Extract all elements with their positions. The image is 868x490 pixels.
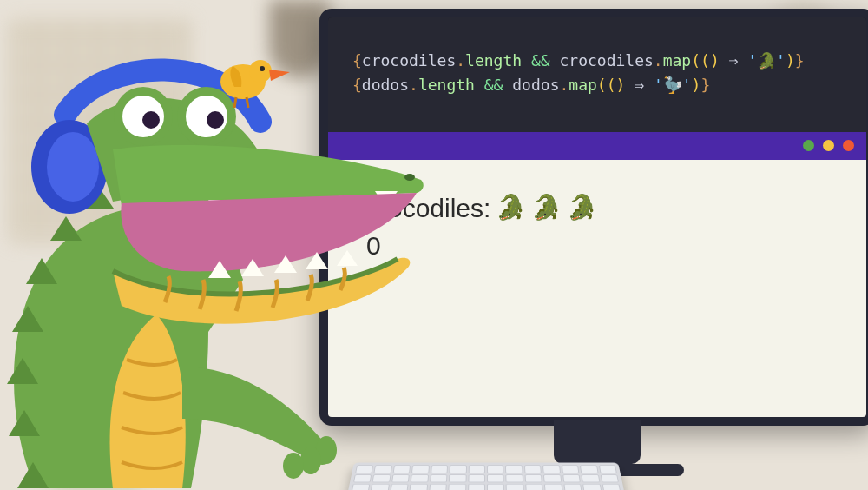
- dodo-emoji-icon: 🦤: [663, 76, 682, 94]
- crocodile-emoji-icon: 🐊: [531, 190, 562, 226]
- crocodile-character-illustration: [0, 54, 434, 490]
- svg-point-8: [404, 174, 415, 181]
- svg-point-10: [300, 447, 321, 474]
- svg-line-16: [247, 97, 248, 108]
- output-line-zero: 0: [366, 227, 828, 265]
- svg-point-7: [207, 111, 224, 129]
- output-line-crocodiles: crocodiles: 🐊 🐊 🐊: [366, 189, 828, 228]
- traffic-light-red-icon: [843, 140, 854, 151]
- svg-point-14: [260, 66, 265, 71]
- crocodile-emoji-icon: 🐊: [567, 190, 597, 226]
- crocodile-emoji-icon: 🐊: [757, 51, 776, 70]
- svg-line-15: [234, 97, 236, 108]
- crocodile-emoji-icon: 🐊: [496, 190, 526, 226]
- traffic-light-yellow-icon: [823, 140, 834, 151]
- svg-point-1: [47, 132, 99, 202]
- svg-point-6: [142, 111, 160, 129]
- svg-point-13: [249, 60, 272, 83]
- traffic-light-green-icon: [803, 140, 814, 151]
- svg-point-11: [283, 453, 304, 479]
- monitor-stand: [554, 420, 641, 464]
